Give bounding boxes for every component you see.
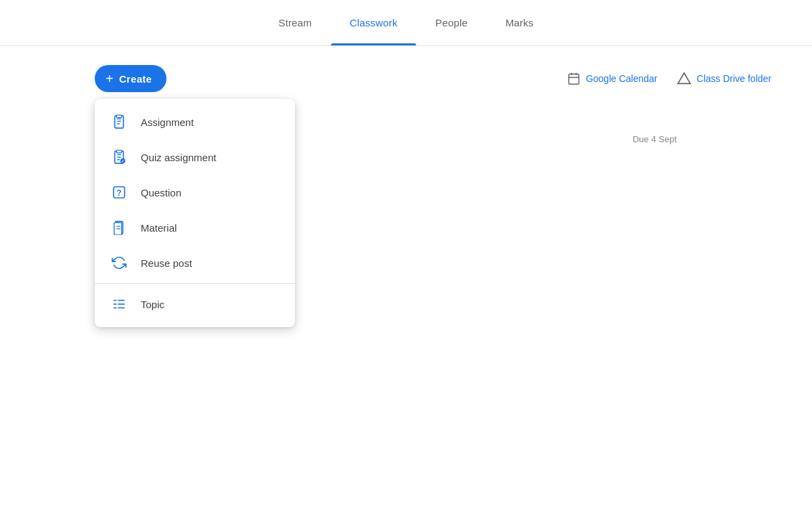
create-dropdown-menu: Assignment ✓ Quiz assignment bbox=[95, 99, 295, 327]
menu-divider bbox=[95, 283, 295, 284]
question-icon: ? bbox=[111, 184, 127, 200]
reuse-post-icon bbox=[111, 255, 127, 271]
assignment-icon bbox=[111, 114, 127, 130]
drive-folder-icon bbox=[677, 71, 692, 86]
tab-marks[interactable]: Marks bbox=[487, 0, 553, 45]
toolbar-right: Google Calendar Class Drive folder bbox=[567, 71, 771, 86]
menu-item-question[interactable]: ? Question bbox=[95, 175, 295, 210]
tab-stream[interactable]: Stream bbox=[260, 0, 331, 45]
plus-icon: + bbox=[106, 72, 114, 85]
svg-text:?: ? bbox=[116, 188, 121, 198]
menu-item-assignment[interactable]: Assignment bbox=[95, 104, 295, 140]
google-calendar-link[interactable]: Google Calendar bbox=[567, 72, 658, 85]
menu-item-reuse-post[interactable]: Reuse post bbox=[95, 245, 295, 280]
main-content: + Create Google Calendar bbox=[0, 46, 812, 114]
quiz-assignment-icon: ✓ bbox=[111, 149, 127, 165]
svg-rect-13 bbox=[116, 150, 121, 153]
toolbar-row: + Create Google Calendar bbox=[0, 60, 812, 98]
topic-icon bbox=[111, 296, 127, 312]
tab-classwork[interactable]: Classwork bbox=[331, 0, 417, 45]
calendar-icon bbox=[567, 72, 581, 85]
due-date: Due 4 Sept bbox=[633, 134, 677, 144]
menu-item-topic[interactable]: Topic bbox=[95, 287, 295, 322]
svg-rect-8 bbox=[116, 115, 121, 118]
class-drive-folder-link[interactable]: Class Drive folder bbox=[677, 71, 771, 86]
menu-item-quiz-assignment[interactable]: ✓ Quiz assignment bbox=[95, 140, 295, 175]
svg-text:✓: ✓ bbox=[121, 159, 125, 163]
top-navigation: Stream Classwork People Marks bbox=[0, 0, 812, 46]
svg-rect-0 bbox=[568, 74, 579, 84]
create-button[interactable]: + Create bbox=[95, 65, 166, 92]
tab-people[interactable]: People bbox=[416, 0, 487, 45]
material-icon bbox=[111, 219, 127, 236]
menu-item-material[interactable]: Material bbox=[95, 210, 295, 245]
